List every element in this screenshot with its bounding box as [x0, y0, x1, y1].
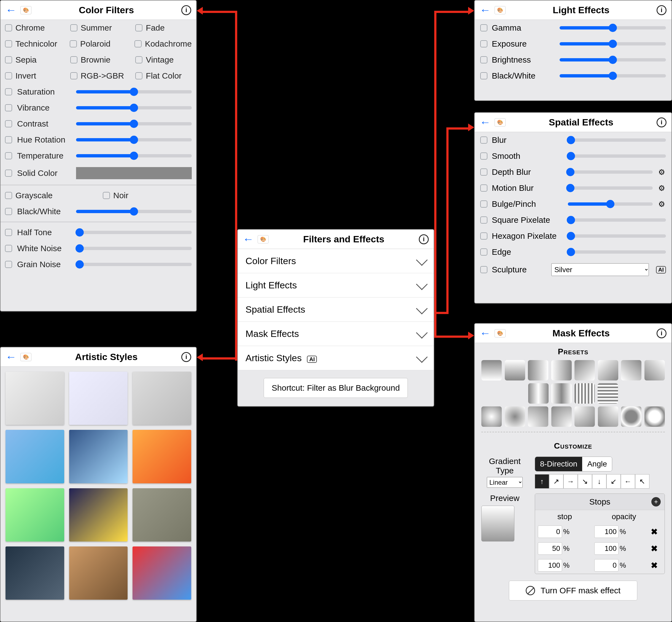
checkbox-invert[interactable]: [5, 72, 12, 79]
gradient-type-select[interactable]: Linear: [487, 477, 523, 488]
checkbox-brownie[interactable]: [70, 56, 77, 63]
checkbox-bw[interactable]: [5, 208, 12, 215]
direction-button[interactable]: ↑: [535, 474, 549, 489]
checkbox-noir[interactable]: [103, 192, 110, 199]
opacity-input[interactable]: [594, 559, 619, 572]
saturation-slider[interactable]: [76, 90, 192, 94]
back-icon[interactable]: ←: [243, 233, 254, 245]
mask-preset-tile[interactable]: [481, 360, 502, 380]
mask-preset-tile[interactable]: [481, 406, 502, 427]
mask-preset-tile[interactable]: [551, 360, 572, 380]
direction-button[interactable]: ←: [621, 474, 635, 489]
opacity-input[interactable]: [594, 525, 619, 538]
bw-slider[interactable]: [76, 210, 192, 213]
back-icon[interactable]: ←: [480, 327, 491, 339]
shortcut-button[interactable]: Shortcut: Filter as Blur Background: [264, 378, 408, 398]
blur-slider[interactable]: [568, 138, 666, 142]
edge-slider[interactable]: [568, 250, 666, 254]
info-icon[interactable]: i: [657, 117, 667, 127]
artistic-style-tile[interactable]: [69, 488, 128, 542]
checkbox-chrome[interactable]: [5, 24, 12, 31]
solid-color-swatch[interactable]: [76, 167, 192, 179]
checkbox-technicolor[interactable]: [5, 40, 12, 47]
checkbox-blackwhite[interactable]: [480, 72, 487, 79]
turn-off-mask-button[interactable]: Turn OFF mask effect: [509, 581, 637, 600]
checkbox-blur[interactable]: [480, 136, 487, 144]
back-icon[interactable]: ←: [480, 4, 491, 16]
mask-preset-tile[interactable]: [551, 383, 572, 404]
mask-preset-tile[interactable]: [598, 406, 618, 427]
checkbox-grain noise[interactable]: [5, 261, 12, 268]
checkbox-squarepixelate[interactable]: [480, 216, 487, 223]
mask-preset-tile[interactable]: [574, 360, 595, 380]
temperature-slider[interactable]: [76, 154, 192, 158]
back-icon[interactable]: ←: [5, 351, 16, 363]
delete-stop-icon[interactable]: ✖: [651, 544, 662, 553]
checkbox-hexagonpixelate[interactable]: [480, 233, 487, 240]
direction-button[interactable]: ↓: [592, 474, 606, 489]
delete-stop-icon[interactable]: ✖: [651, 527, 662, 537]
checkbox-rgbgbr[interactable]: [70, 72, 77, 79]
mask-preset-tile[interactable]: [574, 383, 595, 404]
mask-preset-tile[interactable]: [598, 360, 618, 380]
back-icon[interactable]: ←: [5, 4, 16, 16]
info-icon[interactable]: i: [419, 234, 429, 244]
info-icon[interactable]: i: [657, 5, 667, 15]
mask-preset-tile[interactable]: [528, 383, 549, 404]
stop-input[interactable]: [538, 559, 562, 572]
gear-icon[interactable]: ⚙: [657, 200, 666, 208]
checkbox-temperature[interactable]: [5, 152, 12, 159]
mask-preset-tile[interactable]: [574, 406, 595, 427]
direction-button[interactable]: ↙: [606, 474, 621, 489]
checkbox-bulgepinch[interactable]: [480, 201, 487, 208]
mask-preset-tile[interactable]: [505, 360, 525, 380]
brightness-slider[interactable]: [560, 58, 666, 62]
smooth-slider[interactable]: [568, 154, 666, 158]
half tone-slider[interactable]: [76, 231, 192, 234]
hue rotation-slider[interactable]: [76, 138, 192, 141]
checkbox-vibrance[interactable]: [5, 104, 12, 111]
checkbox-brightness[interactable]: [480, 56, 487, 63]
black/white-slider[interactable]: [560, 74, 666, 77]
checkbox-grayscale[interactable]: [5, 192, 12, 199]
stop-input[interactable]: [538, 525, 562, 538]
artistic-style-tile[interactable]: [69, 430, 128, 483]
checkbox-half tone[interactable]: [5, 229, 12, 236]
checkbox-motionblur[interactable]: [480, 184, 487, 192]
gear-icon[interactable]: ⚙: [657, 168, 666, 176]
checkbox-saturation[interactable]: [5, 88, 12, 95]
expand-row-color-filters[interactable]: Color Filters: [238, 249, 434, 273]
back-icon[interactable]: ←: [480, 116, 491, 129]
info-icon[interactable]: i: [181, 352, 191, 362]
checkbox-white noise[interactable]: [5, 245, 12, 252]
checkbox-hue rotation[interactable]: [5, 136, 12, 143]
artistic-style-tile[interactable]: [133, 547, 191, 600]
depth blur-slider[interactable]: [568, 170, 653, 174]
expand-row-spatial-effects[interactable]: Spatial Effects: [238, 298, 434, 322]
seg-angle[interactable]: Angle: [582, 457, 612, 471]
mask-preset-tile[interactable]: [644, 360, 665, 380]
info-icon[interactable]: i: [181, 5, 191, 15]
contrast-slider[interactable]: [76, 122, 192, 126]
motion blur-slider[interactable]: [568, 186, 653, 190]
checkbox-polaroid[interactable]: [70, 40, 77, 47]
checkbox-solid-color[interactable]: [5, 170, 12, 177]
mask-preset-tile[interactable]: [598, 383, 618, 404]
checkbox-gamma[interactable]: [480, 24, 487, 31]
artistic-style-tile[interactable]: [133, 488, 191, 542]
gear-icon[interactable]: ⚙: [657, 184, 666, 193]
expand-row-artistic-styles[interactable]: Artistic Styles AI: [238, 346, 434, 370]
white noise-slider[interactable]: [76, 247, 192, 250]
gamma-slider[interactable]: [560, 26, 666, 30]
artistic-style-tile[interactable]: [5, 372, 64, 425]
checkbox-sepia[interactable]: [5, 56, 12, 63]
checkbox-exposure[interactable]: [480, 40, 487, 47]
artistic-style-tile[interactable]: [69, 372, 128, 425]
add-stop-button[interactable]: +: [651, 497, 661, 507]
seg-8direction[interactable]: 8-Direction: [535, 457, 582, 471]
stop-input[interactable]: [538, 542, 562, 555]
direction-button[interactable]: ↗: [549, 474, 563, 489]
square pixelate-slider[interactable]: [568, 218, 666, 222]
direction-button[interactable]: ↘: [578, 474, 592, 489]
mask-preset-tile[interactable]: [644, 406, 665, 427]
